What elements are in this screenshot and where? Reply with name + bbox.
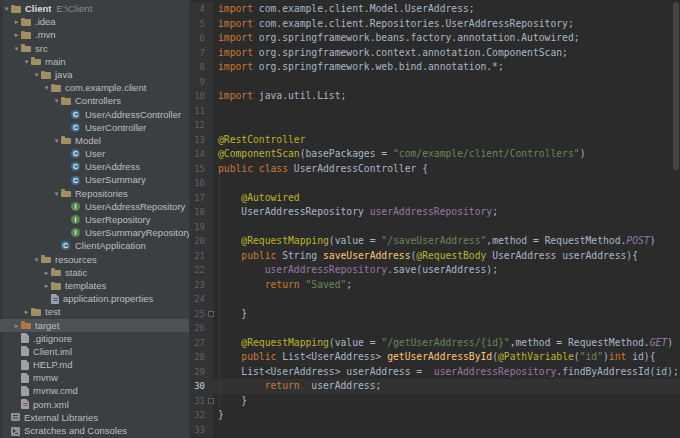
- tree-item[interactable]: CUserAddressController: [0, 108, 189, 121]
- line-number[interactable]: 22: [190, 263, 208, 278]
- chevron-down-icon[interactable]: ▾: [52, 187, 61, 200]
- code-line[interactable]: 32}: [190, 408, 680, 423]
- code-line[interactable]: 24: [190, 292, 680, 307]
- code-line[interactable]: 26: [190, 321, 680, 336]
- chevron-right-icon[interactable]: ▸: [12, 28, 21, 41]
- tree-item[interactable]: ▾Controllers: [0, 94, 189, 107]
- chevron-down-icon[interactable]: ▾: [22, 55, 31, 68]
- tree-item[interactable]: Scratches and Consoles: [0, 424, 189, 437]
- code-line[interactable]: 9: [190, 75, 680, 90]
- line-number[interactable]: 32: [190, 408, 208, 423]
- code-line[interactable]: 28 public List<UserAddress> getUserAddre…: [190, 350, 680, 365]
- chevron-right-icon[interactable]: ▸: [12, 15, 21, 28]
- line-number[interactable]: 9: [190, 75, 208, 90]
- tree-item[interactable]: ▸templates: [0, 279, 189, 292]
- code-line[interactable]: 33: [190, 423, 680, 438]
- code-line[interactable]: 21 public String saveUserAddress(@Reques…: [190, 249, 680, 264]
- tree-item[interactable]: ▾ClientE:\Client: [0, 2, 189, 15]
- code-line[interactable]: 25 }: [190, 307, 680, 322]
- tree-item[interactable]: CClientApplication: [0, 239, 189, 252]
- line-number[interactable]: 19: [190, 220, 208, 235]
- line-number[interactable]: 10: [190, 89, 208, 104]
- code-line[interactable]: 7import org.springframework.context.anno…: [190, 46, 680, 61]
- chevron-down-icon[interactable]: ▾: [32, 253, 41, 266]
- chevron-down-icon[interactable]: ▾: [32, 68, 41, 81]
- code-line[interactable]: 12: [190, 118, 680, 133]
- tree-item[interactable]: pom.xml: [0, 398, 189, 411]
- line-number[interactable]: 11: [190, 104, 208, 119]
- code-line[interactable]: 20 @RequestMapping(value = "/saveUserAdd…: [190, 234, 680, 249]
- tree-item[interactable]: CUserSummary: [0, 173, 189, 186]
- line-number[interactable]: 5: [190, 17, 208, 32]
- chevron-right-icon[interactable]: ▸: [22, 305, 31, 318]
- tree-item[interactable]: CUserController: [0, 121, 189, 134]
- tree-item[interactable]: IUserRepository: [0, 213, 189, 226]
- code-line[interactable]: 27 @RequestMapping(value = "/getUserAddr…: [190, 336, 680, 351]
- code-line[interactable]: 29 List<UserAddress> userAddress = userA…: [190, 365, 680, 380]
- code-line[interactable]: 6import org.springframework.beans.factor…: [190, 31, 680, 46]
- line-number[interactable]: 6: [190, 31, 208, 46]
- line-number[interactable]: 23: [190, 278, 208, 293]
- tree-item[interactable]: ▸test: [0, 305, 189, 318]
- code-line[interactable]: 30 return userAddress;: [190, 379, 680, 394]
- chevron-right-icon[interactable]: ▸: [12, 319, 21, 332]
- fold-marker-icon[interactable]: [208, 398, 214, 404]
- code-line[interactable]: 22 userAddressRepository.save(userAddres…: [190, 263, 680, 278]
- tree-item[interactable]: mvnw: [0, 371, 189, 384]
- chevron-down-icon[interactable]: ▾: [42, 81, 51, 94]
- line-number[interactable]: 31: [190, 394, 208, 409]
- chevron-right-icon[interactable]: ▸: [42, 279, 51, 292]
- line-number[interactable]: 18: [190, 205, 208, 220]
- line-number[interactable]: 17: [190, 191, 208, 206]
- fold-marker-icon[interactable]: [208, 311, 214, 317]
- line-number[interactable]: 4: [190, 2, 208, 17]
- tree-item[interactable]: ▾Model: [0, 134, 189, 147]
- code-line[interactable]: 15public class UserAddressController {: [190, 162, 680, 177]
- line-number[interactable]: 29: [190, 365, 208, 380]
- tree-item[interactable]: ▾resources: [0, 253, 189, 266]
- tree-item[interactable]: ▾com.example.client: [0, 81, 189, 94]
- tree-item[interactable]: ▸.idea: [0, 15, 189, 28]
- tree-item[interactable]: HELP.md: [0, 358, 189, 371]
- tree-item[interactable]: ▸static: [0, 266, 189, 279]
- tree-item[interactable]: CUserAddress: [0, 160, 189, 173]
- tree-item[interactable]: application.properties: [0, 292, 189, 305]
- code-line[interactable]: 8import org.springframework.web.bind.ann…: [190, 60, 680, 75]
- chevron-down-icon[interactable]: ▾: [52, 134, 61, 147]
- tree-item[interactable]: Client.iml: [0, 345, 189, 358]
- editor-scrollbar[interactable]: [672, 0, 680, 438]
- tree-item[interactable]: ▸.mvn: [0, 28, 189, 41]
- scrollbar-thumb[interactable]: [673, 2, 679, 170]
- tree-item[interactable]: .gitignore: [0, 332, 189, 345]
- line-number[interactable]: 30: [190, 379, 208, 394]
- tree-item[interactable]: ▾src: [0, 42, 189, 55]
- tree-item[interactable]: IUserAddressRepository: [0, 200, 189, 213]
- code-line[interactable]: 10import java.util.List;: [190, 89, 680, 104]
- tree-item[interactable]: CUser: [0, 147, 189, 160]
- code-line[interactable]: 5import com.example.client.Repositories.…: [190, 17, 680, 32]
- line-number[interactable]: 33: [190, 423, 208, 438]
- code-line[interactable]: 4import com.example.client.Model.UserAdd…: [190, 2, 680, 17]
- tree-item[interactable]: mvnw.cmd: [0, 384, 189, 397]
- line-number[interactable]: 26: [190, 321, 208, 336]
- line-number[interactable]: 28: [190, 350, 208, 365]
- line-number[interactable]: 8: [190, 60, 208, 75]
- code-line[interactable]: 17 @Autowired: [190, 191, 680, 206]
- line-number[interactable]: 7: [190, 46, 208, 61]
- line-number[interactable]: 13: [190, 133, 208, 148]
- code-line[interactable]: 18 UserAddressRepository userAddressRepo…: [190, 205, 680, 220]
- line-number[interactable]: 24: [190, 292, 208, 307]
- code-line[interactable]: 13@RestController: [190, 133, 680, 148]
- line-number[interactable]: 20: [190, 234, 208, 249]
- chevron-down-icon[interactable]: ▾: [12, 42, 21, 55]
- code-line[interactable]: 11: [190, 104, 680, 119]
- line-number[interactable]: 15: [190, 162, 208, 177]
- code-line[interactable]: 31 }: [190, 394, 680, 409]
- tree-item[interactable]: ▸target: [0, 319, 189, 332]
- line-number[interactable]: 16: [190, 176, 208, 191]
- tree-item[interactable]: ▾main: [0, 55, 189, 68]
- line-number[interactable]: 14: [190, 147, 208, 162]
- line-number[interactable]: 25: [190, 307, 208, 322]
- code-line[interactable]: 14@ComponentScan(basePackages = "com/exa…: [190, 147, 680, 162]
- chevron-down-icon[interactable]: ▾: [2, 2, 11, 15]
